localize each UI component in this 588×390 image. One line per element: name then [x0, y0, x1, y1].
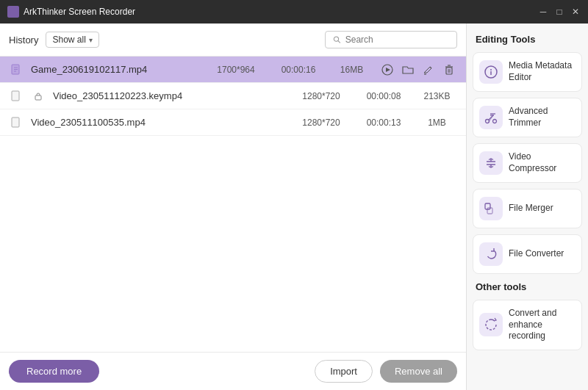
- file-name: Video_230511100535.mp4: [31, 117, 284, 128]
- svg-marker-8: [386, 68, 390, 72]
- tool-card-video-compressor[interactable]: Video Compressor: [473, 143, 582, 183]
- lock-icon: [31, 89, 46, 104]
- tool-card-label: Media Metadata Editor: [509, 60, 576, 83]
- search-input[interactable]: [345, 35, 449, 45]
- bottom-bar: Record more Import Remove all: [0, 352, 466, 390]
- file-size: 16MB: [331, 65, 372, 75]
- file-actions: [379, 62, 457, 78]
- file-list: Game_230619102117.mp4 1700*964 00:00:16 …: [0, 57, 466, 352]
- folder-button[interactable]: [400, 62, 416, 78]
- tool-card-label: Convert and enhance recording: [509, 308, 576, 342]
- file-duration: 00:00:08: [358, 91, 409, 101]
- close-button[interactable]: ✕: [570, 7, 581, 17]
- file-resolution: 1280*720: [292, 118, 351, 128]
- file-resolution: 1280*720: [292, 91, 351, 101]
- convert-enhance-icon: [479, 313, 503, 336]
- chevron-down-icon: ▾: [89, 36, 93, 44]
- left-panel: History Show all ▾: [0, 24, 467, 390]
- play-button[interactable]: [379, 62, 395, 78]
- svg-line-1: [338, 41, 340, 43]
- svg-point-24: [493, 120, 497, 123]
- search-box[interactable]: [325, 31, 457, 48]
- tool-card-media-metadata[interactable]: Media Metadata Editor: [473, 52, 582, 92]
- show-all-dropdown[interactable]: Show all ▾: [46, 32, 98, 48]
- file-converter-icon: [479, 242, 503, 266]
- tool-card-label: Advanced Trimmer: [509, 106, 576, 129]
- remove-all-button[interactable]: Remove all: [380, 360, 457, 383]
- title-bar-controls[interactable]: ─ □ ✕: [538, 7, 581, 17]
- file-resolution: 1700*964: [207, 65, 265, 75]
- svg-rect-18: [12, 118, 19, 127]
- history-label: History: [9, 35, 38, 46]
- tool-card-file-merger[interactable]: File Merger: [473, 189, 582, 228]
- table-row[interactable]: Video_230511100535.mp4 1280*720 00:00:13…: [0, 109, 466, 136]
- record-more-button[interactable]: Record more: [9, 360, 99, 383]
- file-merger-icon: [479, 197, 503, 220]
- table-row[interactable]: Video_230511120223.keymp4 1280*720 00:00…: [0, 83, 466, 109]
- file-type-icon: [9, 62, 24, 77]
- other-tools-title: Other tools: [473, 281, 582, 292]
- main-layout: History Show all ▾: [0, 24, 588, 390]
- show-all-label: Show all: [52, 35, 85, 45]
- file-type-icon: [9, 115, 24, 130]
- tool-card-label: File Converter: [509, 248, 564, 260]
- tool-card-file-converter[interactable]: File Converter: [473, 234, 582, 274]
- delete-button[interactable]: [441, 62, 457, 78]
- svg-rect-10: [446, 68, 452, 74]
- tool-card-convert-enhance[interactable]: Convert and enhance recording: [473, 300, 582, 350]
- minimize-button[interactable]: ─: [538, 7, 548, 17]
- video-compressor-icon: [479, 151, 503, 175]
- file-name: Video_230511120223.keymp4: [53, 90, 284, 101]
- app-icon: [7, 6, 19, 18]
- edit-button[interactable]: [420, 62, 437, 78]
- tool-card-advanced-trimmer[interactable]: Advanced Trimmer: [473, 98, 582, 137]
- maximize-button[interactable]: □: [554, 7, 564, 17]
- svg-point-22: [490, 69, 492, 71]
- title-bar-left: ArkThinker Screen Recorder: [7, 6, 135, 18]
- svg-rect-17: [35, 95, 41, 100]
- toolbar: History Show all ▾: [0, 24, 466, 57]
- app-title: ArkThinker Screen Recorder: [24, 7, 135, 17]
- file-size: 213KB: [417, 91, 457, 101]
- file-duration: 00:00:13: [358, 118, 409, 128]
- action-buttons: Import Remove all: [315, 360, 457, 383]
- editing-tools-title: Editing Tools: [473, 34, 582, 45]
- search-icon: [333, 35, 341, 44]
- file-type-icon: [9, 89, 24, 104]
- file-name: Game_230619102117.mp4: [31, 64, 199, 75]
- title-bar: ArkThinker Screen Recorder ─ □ ✕: [0, 0, 588, 24]
- table-row[interactable]: Game_230619102117.mp4 1700*964 00:00:16 …: [0, 57, 466, 83]
- file-size: 1MB: [417, 118, 457, 128]
- right-panel: Editing Tools Media Metadata Editor: [467, 24, 588, 390]
- advanced-trimmer-icon: [479, 106, 503, 129]
- tool-card-label: File Merger: [509, 203, 553, 214]
- media-metadata-icon: [479, 60, 503, 84]
- svg-point-0: [334, 37, 338, 41]
- tool-card-label: Video Compressor: [509, 151, 576, 174]
- svg-rect-15: [12, 91, 19, 101]
- file-duration: 00:00:16: [273, 65, 324, 75]
- import-button[interactable]: Import: [315, 360, 373, 383]
